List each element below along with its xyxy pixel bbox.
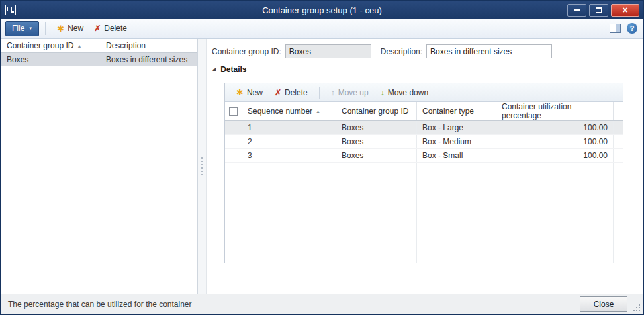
column-header-label: Container type — [422, 107, 474, 116]
row-select-cell[interactable] — [225, 149, 242, 162]
minimize-button[interactable] — [567, 4, 586, 17]
new-button-label: New — [68, 24, 83, 33]
close-window-button[interactable]: × — [611, 4, 639, 17]
resize-grip-icon[interactable] — [639, 310, 640, 311]
details-group-header[interactable]: ◢ Details — [210, 64, 637, 77]
toolbar-separator — [319, 87, 320, 99]
details-grid-empty-area — [225, 163, 623, 263]
table-row[interactable]: 3 Boxes Box - Small 100.00 — [225, 149, 623, 163]
cell-group-id: Boxes — [1, 53, 101, 66]
window-controls: × — [567, 4, 639, 17]
column-header-sequence[interactable]: Sequence number ▲ — [242, 102, 336, 120]
delete-icon: ✗ — [275, 89, 281, 97]
cell-utilization: 100.00 — [496, 149, 614, 162]
details-grid: Sequence number ▲ Container group ID Con… — [225, 102, 623, 263]
move-up-icon: ↑ — [331, 89, 335, 97]
move-up-label: Move up — [338, 88, 369, 97]
delete-button[interactable]: ✗ Delete — [89, 21, 132, 36]
titlebar[interactable]: Container group setup (1 - ceu) × — [1, 1, 643, 19]
sort-ascending-icon: ▲ — [77, 44, 81, 48]
new-icon: ✱ — [57, 24, 64, 33]
column-header-container-type[interactable]: Container type — [417, 102, 496, 120]
details-grid-header: Sequence number ▲ Container group ID Con… — [225, 102, 623, 121]
cell-sequence: 3 — [242, 149, 336, 162]
window-title: Container group setup (1 - ceu) — [1, 5, 643, 15]
status-text: The percentage that can be utilized for … — [8, 300, 192, 309]
cell-container-type: Box - Small — [417, 149, 496, 162]
select-all-checkbox[interactable] — [229, 107, 238, 116]
left-grid-row[interactable]: Boxes Boxes in different sizes — [1, 53, 197, 66]
move-down-label: Move down — [388, 88, 428, 97]
row-select-cell[interactable] — [225, 121, 242, 134]
cell-sequence: 1 — [242, 121, 336, 134]
select-all-cell — [225, 102, 242, 120]
row-select-cell[interactable] — [225, 135, 242, 148]
detail-panel: Container group ID: Description: ◢ Detai… — [207, 39, 643, 294]
cell-description: Boxes in different sizes — [101, 53, 197, 66]
details-delete-label: Delete — [285, 88, 308, 97]
close-button[interactable]: Close — [580, 296, 627, 312]
cell-utilization: 100.00 — [496, 121, 614, 134]
expander-icon: ◢ — [212, 67, 216, 72]
minimize-icon — [574, 9, 580, 11]
table-row[interactable]: 1 Boxes Box - Large 100.00 — [225, 121, 623, 135]
new-button[interactable]: ✱ New — [52, 21, 89, 36]
maximize-button[interactable] — [589, 4, 608, 17]
container-group-id-input[interactable] — [285, 44, 371, 58]
file-menu-label: File — [12, 24, 24, 33]
help-icon[interactable]: ? — [627, 23, 637, 34]
column-header-spacer — [614, 102, 624, 120]
details-delete-button[interactable]: ✗ Delete — [269, 85, 314, 100]
main-toolbar: File ▼ ✱ New ✗ Delete ? — [1, 19, 643, 39]
move-down-icon: ↓ — [381, 89, 385, 97]
container-group-id-label: Container group ID: — [212, 47, 281, 56]
column-header-label: Sequence number — [248, 107, 312, 116]
cell-spacer — [614, 135, 624, 148]
column-header-utilization[interactable]: Container utilization percentage — [496, 102, 614, 120]
cell-group-id: Boxes — [336, 121, 417, 134]
window: Container group setup (1 - ceu) × File ▼… — [0, 0, 644, 315]
left-grid-panel: Container group ID ▲ Description Boxes B… — [1, 39, 198, 294]
column-header-label: Description — [106, 41, 146, 50]
cell-group-id: Boxes — [336, 149, 417, 162]
description-label: Description: — [381, 47, 422, 56]
cell-spacer — [614, 121, 624, 134]
details-new-label: New — [247, 88, 263, 97]
toolbar-separator — [45, 22, 46, 35]
table-row[interactable]: 2 Boxes Box - Medium 100.00 — [225, 135, 623, 149]
left-grid-column-header-group-id[interactable]: Container group ID ▲ — [1, 39, 101, 52]
cell-utilization: 100.00 — [496, 135, 614, 148]
new-icon: ✱ — [236, 88, 244, 97]
delete-icon: ✗ — [94, 24, 101, 32]
cell-container-type: Box - Medium — [417, 135, 496, 148]
cell-sequence: 2 — [242, 135, 336, 148]
column-header-label: Container utilization percentage — [502, 102, 608, 120]
details-toolbar: ✱ New ✗ Delete ↑ Move up ↓ Move down — [225, 83, 623, 102]
details-group-body: ✱ New ✗ Delete ↑ Move up ↓ Move down — [224, 83, 623, 263]
toolbar-right-group: ? — [610, 23, 639, 34]
details-new-button[interactable]: ✱ New — [230, 85, 269, 100]
left-grid-header: Container group ID ▲ Description — [1, 39, 197, 53]
file-menu-button[interactable]: File ▼ — [5, 21, 39, 36]
left-grid-column-header-description[interactable]: Description — [101, 39, 197, 52]
field-row: Container group ID: Description: — [212, 44, 637, 58]
sort-ascending-icon: ▲ — [316, 109, 320, 114]
move-down-button[interactable]: ↓ Move down — [375, 85, 434, 100]
description-input[interactable] — [426, 44, 552, 58]
details-group-title: Details — [220, 65, 246, 74]
status-bar: The percentage that can be utilized for … — [1, 294, 643, 314]
move-up-button[interactable]: ↑ Move up — [325, 85, 375, 100]
cell-spacer — [614, 149, 624, 162]
cell-group-id: Boxes — [336, 135, 417, 148]
app-icon — [5, 5, 16, 15]
column-header-group-id[interactable]: Container group ID — [336, 102, 417, 120]
delete-button-label: Delete — [104, 24, 127, 33]
main-area: Container group ID ▲ Description Boxes B… — [1, 39, 643, 294]
cell-container-type: Box - Large — [417, 121, 496, 134]
column-header-label: Container group ID — [342, 107, 408, 116]
panel-splitter[interactable] — [198, 39, 207, 294]
chevron-down-icon: ▼ — [28, 26, 32, 30]
layout-pane-icon[interactable] — [610, 24, 621, 33]
column-header-label: Container group ID — [7, 41, 73, 50]
maximize-icon — [596, 7, 602, 13]
